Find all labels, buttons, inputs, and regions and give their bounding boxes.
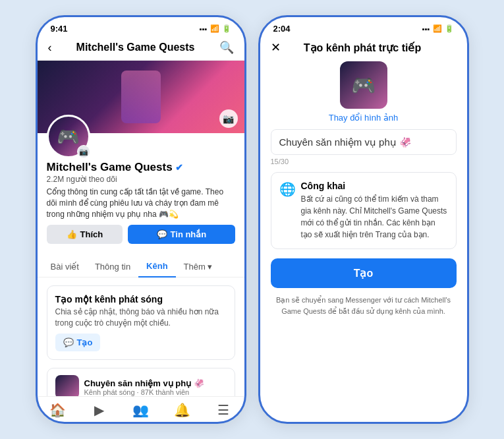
- bottom-nav-video[interactable]: ▶: [78, 402, 120, 418]
- create-channel-submit-button[interactable]: Tạo: [271, 258, 457, 288]
- phone1-navbar: ‹ Mitchell's Game Quests 🔍: [38, 36, 244, 61]
- create-channel-card: Tạo một kênh phát sóng Chia sẻ cập nhật,…: [47, 285, 235, 361]
- channel-header: Chuyên săn nhiệm vụ phụ 🦑 Kênh phát sóng…: [55, 375, 227, 396]
- globe-icon: 🌐: [279, 181, 296, 197]
- like-button[interactable]: 👍 Thích: [47, 225, 123, 244]
- create-channel-form: 🎮 Thay đổi hình ảnh 15/30 🌐 Công khai Bấ…: [260, 61, 467, 422]
- cover-silhouette: [121, 71, 161, 123]
- profile-section: 🎮 📷 Mitchell's Game Quests ✔ 2.2M người …: [38, 133, 244, 256]
- channel-name-input[interactable]: [271, 129, 457, 155]
- channel-meta: Kênh phát sóng · 87K thành viên: [84, 388, 204, 396]
- channel-avatar: [55, 375, 79, 396]
- privacy-card: 🌐 Công khai Bất cứ ai cũng có thể tìm ki…: [271, 172, 457, 249]
- page-title-1: Mitchell's Game Quests: [76, 42, 195, 53]
- create-channel-icon: 💬: [63, 337, 74, 347]
- phone2-navbar: ✕ Tạo kênh phát trực tiếp: [260, 36, 467, 61]
- create-channel-button[interactable]: 💬 Tạo: [55, 334, 101, 351]
- battery-icon-2: 🔋: [445, 24, 454, 33]
- channel-image-box: 🎮: [340, 61, 387, 109]
- tabs-row: Bài viết Thông tin Kênh Thêm ▾: [38, 256, 244, 278]
- channel-item: Chuyên săn nhiệm vụ phụ 🦑 Kênh phát sóng…: [47, 368, 235, 396]
- time-1: 9:41: [51, 24, 68, 34]
- profile-name: Mitchell's Game Quests ✔: [47, 161, 235, 174]
- tab-kenh[interactable]: Kênh: [138, 256, 176, 278]
- phone1: 9:41 ▪▪▪ 📶 🔋 ‹ Mitchell's Game Quests 🔍 …: [36, 15, 246, 424]
- channel-image-wrapper: 🎮 Thay đổi hình ảnh: [271, 61, 457, 123]
- tab-thong-tin[interactable]: Thông tin: [87, 256, 138, 277]
- phone2: 2:04 ▪▪▪ 📶 🔋 ✕ Tạo kênh phát trực tiếp 🎮…: [258, 15, 469, 424]
- tab-them[interactable]: Thêm ▾: [176, 256, 221, 277]
- back-icon[interactable]: ‹: [48, 41, 52, 55]
- privacy-title: Công khai: [301, 181, 448, 191]
- create-channel-title: Tạo một kênh phát sóng: [55, 294, 227, 305]
- followers-count: 2.2M người theo dõi: [47, 175, 235, 184]
- bottom-nav-groups[interactable]: 👥: [120, 402, 161, 418]
- search-icon[interactable]: 🔍: [219, 40, 234, 55]
- char-count: 15/30: [271, 158, 457, 165]
- privacy-desc: Bất cứ ai cũng có thể tìm kiếm và tham g…: [301, 193, 448, 241]
- status-bar-1: 9:41 ▪▪▪ 📶 🔋: [38, 17, 244, 36]
- wifi-icon-2: 📶: [433, 24, 442, 33]
- footer-note: Bạn sẽ chuyển sang Messenger với tư cách…: [271, 295, 457, 323]
- signal-icon-2: ▪▪▪: [422, 25, 430, 33]
- create-channel-desc: Chia sẻ cập nhật, thông báo và nhiều hơn…: [55, 307, 227, 329]
- battery-icon-1: 🔋: [222, 24, 231, 33]
- page-title-2: Tạo kênh phát trực tiếp: [304, 42, 421, 54]
- cover-camera-btn[interactable]: 📷: [219, 109, 238, 128]
- bottom-nav-menu[interactable]: ☰: [203, 402, 244, 418]
- avatar-camera-btn[interactable]: 📷: [77, 145, 90, 158]
- tab-bai-viet[interactable]: Bài viết: [43, 256, 87, 277]
- status-bar-2: 2:04 ▪▪▪ 📶 🔋: [260, 17, 467, 36]
- messenger-icon: 💬: [157, 229, 167, 239]
- channel-name: Chuyên săn nhiệm vụ phụ 🦑: [84, 378, 204, 388]
- action-buttons: 👍 Thích 💬 Tin nhắn: [47, 225, 235, 244]
- content-area: Tạo một kênh phát sóng Chia sẻ cập nhật,…: [38, 278, 244, 396]
- bottom-nav-home[interactable]: 🏠: [38, 402, 79, 418]
- bottom-nav: 🏠 ▶ 👥 🔔 ☰: [38, 396, 244, 422]
- avatar-wrapper: 🎮 📷: [47, 115, 90, 158]
- signal-icon-1: ▪▪▪: [200, 25, 208, 33]
- verified-badge: ✔: [175, 162, 183, 173]
- time-2: 2:04: [273, 24, 291, 34]
- bottom-nav-bell[interactable]: 🔔: [161, 402, 203, 418]
- thumbs-up-icon: 👍: [67, 229, 77, 239]
- wifi-icon-1: 📶: [210, 24, 219, 33]
- close-icon[interactable]: ✕: [271, 40, 281, 55]
- change-image-link[interactable]: Thay đổi hình ảnh: [329, 113, 399, 123]
- bio-text: Cổng thông tin cung cấp tất tần tật về g…: [47, 187, 235, 220]
- privacy-header: 🌐 Công khai Bất cứ ai cũng có thể tìm ki…: [279, 181, 448, 241]
- message-button[interactable]: 💬 Tin nhắn: [128, 225, 235, 244]
